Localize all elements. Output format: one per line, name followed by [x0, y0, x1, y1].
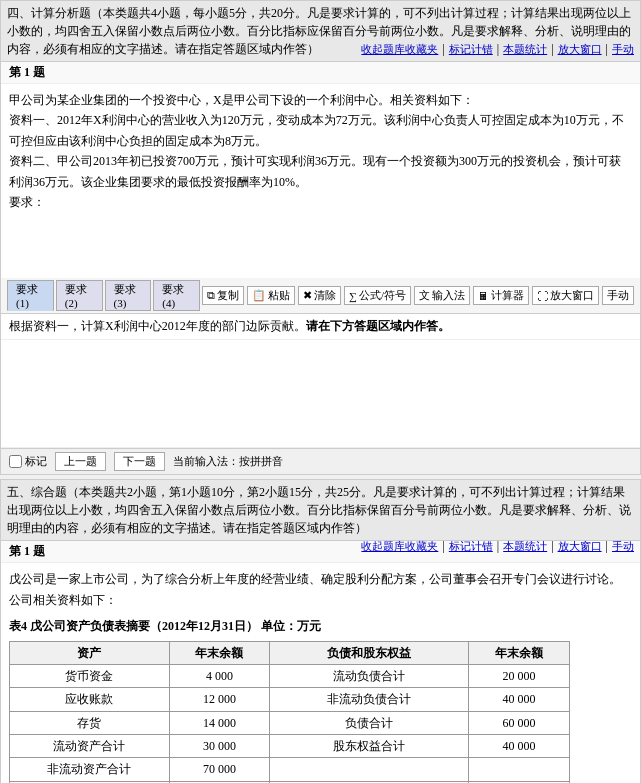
table-cell: 20 000 — [469, 664, 569, 687]
sep4-a: | — [606, 40, 608, 58]
mark-label-a: 标记 — [25, 454, 47, 469]
q1-line2-a: 资料一、2012年X利润中心的营业收入为120万元，变动成本为72万元。该利润中… — [9, 110, 632, 151]
table-cell: 应收账款 — [10, 688, 170, 711]
fav-link-b[interactable]: 收起题库收藏夹 — [361, 538, 438, 555]
table-cell: 4 000 — [169, 664, 269, 687]
answer-textarea-a[interactable] — [9, 344, 632, 439]
section-b: 五、综合题（本类题共2小题，第1小题10分，第2小题15分，共25分。凡是要求计… — [0, 479, 641, 783]
req-tab-a-2[interactable]: 要求(2) — [56, 280, 103, 311]
q1-body-b: 戊公司是一家上市公司，为了综合分析上年度的经营业绩、确定股利分配方案，公司董事会… — [1, 563, 640, 783]
req-tab-a-1[interactable]: 要求(1) — [7, 280, 54, 311]
req-tabs-a: 要求(1) 要求(2) 要求(3) 要求(4) ⧉ 复制 📋 粘贴 ✖ 清除 ∑… — [1, 278, 640, 314]
stats-link-b[interactable]: 本题统计 — [503, 538, 547, 555]
mark-link-a[interactable]: 标记计错 — [449, 41, 493, 58]
paste-icon-a: 📋 — [252, 289, 266, 302]
manual-btn-a[interactable]: 手动 — [602, 286, 634, 305]
mark-checkbox-a[interactable] — [9, 455, 22, 468]
table-cell: 14 000 — [169, 711, 269, 734]
fav-link-a[interactable]: 收起题库收藏夹 — [361, 41, 438, 58]
manual-link-a[interactable]: 手动 — [612, 41, 634, 58]
balance-sheet-table: 资产 年末余额 负债和股东权益 年末余额 货币资金4 000流动负债合计20 0… — [9, 641, 570, 783]
zoom-link-b[interactable]: 放大窗口 — [558, 538, 602, 555]
table-cell: 非流动负债合计 — [270, 688, 469, 711]
req-bold-a: 请在下方答题区域内作答。 — [306, 319, 450, 333]
section-b-header: 五、综合题（本类题共2小题，第1小题10分，第2小题15分，共25分。凡是要求计… — [1, 480, 640, 541]
input-icon-a: 文 — [419, 288, 430, 303]
table-cell: 存货 — [10, 711, 170, 734]
copy-icon-a: ⧉ — [207, 289, 215, 302]
answer-area-a[interactable] — [1, 340, 640, 448]
q1-line3-a: 资料二、甲公司2013年初已投资700万元，预计可实现利润36万元。现有一个投资… — [9, 151, 632, 192]
th-asset-val: 年末余额 — [169, 641, 269, 664]
mark-link-b[interactable]: 标记计错 — [449, 538, 493, 555]
next-btn-a[interactable]: 下一题 — [114, 452, 165, 471]
req-instruction-a: 根据资料一，计算X利润中心2012年度的部门边际贡献。请在下方答题区域内作答。 — [1, 314, 640, 340]
req-instruction-text-a: 根据资料一，计算X利润中心2012年度的部门边际贡献。 — [9, 319, 306, 333]
zoom-btn-a[interactable]: ⛶ 放大窗口 — [532, 286, 599, 305]
input-btn-a[interactable]: 文 输入法 — [414, 286, 470, 305]
stats-link-a[interactable]: 本题统计 — [503, 41, 547, 58]
q1-line1-b: 戊公司是一家上市公司，为了综合分析上年度的经营业绩、确定股利分配方案，公司董事会… — [9, 569, 632, 610]
th-liability-val: 年末余额 — [469, 641, 569, 664]
table-cell: 60 000 — [469, 711, 569, 734]
q1-body-a: 甲公司为某企业集团的一个投资中心，X是甲公司下设的一个利润中心。相关资料如下： … — [1, 84, 640, 278]
zoom-icon-a: ⛶ — [537, 290, 548, 302]
sep3-a: | — [551, 40, 553, 58]
clear-icon-a: ✖ — [303, 289, 312, 302]
calc-btn-a[interactable]: 🖩 计算器 — [473, 286, 529, 305]
th-asset: 资产 — [10, 641, 170, 664]
table-cell: 40 000 — [469, 735, 569, 758]
sep3-b: | — [551, 537, 553, 555]
q1-line4-a: 要求： — [9, 192, 632, 212]
manual-link-b[interactable]: 手动 — [612, 538, 634, 555]
mark-checkbox-area-a: 标记 — [9, 454, 47, 469]
paste-btn-a[interactable]: 📋 粘贴 — [247, 286, 295, 305]
table-cell: 货币资金 — [10, 664, 170, 687]
sep1-b: | — [442, 537, 444, 555]
q1-label-a: 第 1 题 — [9, 65, 45, 79]
table-cell — [469, 758, 569, 781]
clear-btn-a[interactable]: ✖ 清除 — [298, 286, 341, 305]
formula-icon-a: ∑ — [349, 290, 357, 302]
zoom-link-a[interactable]: 放大窗口 — [558, 41, 602, 58]
table-cell: 30 000 — [169, 735, 269, 758]
calc-icon-a: 🖩 — [478, 290, 489, 302]
table-cell: 股东权益合计 — [270, 735, 469, 758]
input-method-a: 当前输入法：按拼拼音 — [173, 454, 283, 469]
q1-label-b: 第 1 题 — [9, 544, 45, 558]
prev-btn-a[interactable]: 上一题 — [55, 452, 106, 471]
table-cell: 70 000 — [169, 758, 269, 781]
formula-btn-a[interactable]: ∑ 公式/符号 — [344, 286, 411, 305]
table-cell: 非流动资产合计 — [10, 758, 170, 781]
table-cell — [270, 758, 469, 781]
section-a-header: 四、计算分析题（本类题共4小题，每小题5分，共20分。凡是要求计算的，可不列出计… — [1, 1, 640, 62]
table-cell: 40 000 — [469, 688, 569, 711]
sep2-b: | — [497, 537, 499, 555]
copy-btn-a[interactable]: ⧉ 复制 — [202, 286, 244, 305]
table-cell: 12 000 — [169, 688, 269, 711]
sep2-a: | — [497, 40, 499, 58]
bottom-bar-a: 标记 上一题 下一题 当前输入法：按拼拼音 — [1, 448, 640, 474]
section-a: 四、计算分析题（本类题共4小题，每小题5分，共20分。凡是要求计算的，可不列出计… — [0, 0, 641, 475]
table-cell: 负债合计 — [270, 711, 469, 734]
sep1-a: | — [442, 40, 444, 58]
table-cell: 流动资产合计 — [10, 735, 170, 758]
sep4-b: | — [606, 537, 608, 555]
q1-line1-a: 甲公司为某企业集团的一个投资中心，X是甲公司下设的一个利润中心。相关资料如下： — [9, 90, 632, 110]
table-cell: 流动负债合计 — [270, 664, 469, 687]
req-tab-a-4[interactable]: 要求(4) — [153, 280, 200, 311]
section-b-title: 五、综合题（本类题共2小题，第1小题10分，第2小题15分，共25分。凡是要求计… — [7, 485, 631, 535]
table-title-b: 表4 戊公司资产负债表摘要（2012年12月31日） 单位：万元 — [9, 616, 632, 636]
th-liability: 负债和股东权益 — [270, 641, 469, 664]
req-tab-a-3[interactable]: 要求(3) — [105, 280, 152, 311]
